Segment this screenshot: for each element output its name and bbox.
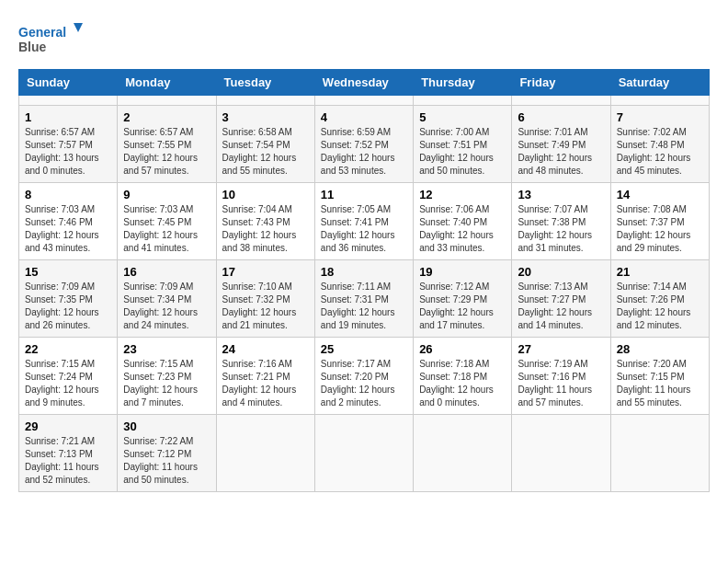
calendar-cell: [216, 415, 314, 492]
calendar-cell: 20Sunrise: 7:13 AM Sunset: 7:27 PM Dayli…: [512, 260, 610, 338]
day-info: Sunrise: 7:11 AM Sunset: 7:31 PM Dayligh…: [321, 281, 407, 332]
col-header-wednesday: Wednesday: [314, 70, 413, 96]
calendar-cell: 21Sunrise: 7:14 AM Sunset: 7:26 PM Dayli…: [610, 260, 709, 338]
calendar-cell: 13Sunrise: 7:07 AM Sunset: 7:38 PM Dayli…: [512, 183, 610, 260]
day-number: 6: [518, 110, 604, 124]
col-header-monday: Monday: [118, 70, 216, 96]
day-number: 4: [321, 110, 407, 124]
calendar-cell: 23Sunrise: 7:15 AM Sunset: 7:23 PM Dayli…: [118, 338, 216, 415]
calendar-cell: 25Sunrise: 7:17 AM Sunset: 7:20 PM Dayli…: [314, 338, 413, 415]
calendar-cell: 15Sunrise: 7:09 AM Sunset: 7:35 PM Dayli…: [19, 260, 118, 338]
calendar-cell: [314, 415, 413, 492]
calendar-cell: 3Sunrise: 6:58 AM Sunset: 7:54 PM Daylig…: [216, 106, 314, 183]
day-number: 20: [518, 265, 604, 279]
day-info: Sunrise: 6:59 AM Sunset: 7:52 PM Dayligh…: [321, 126, 407, 178]
col-header-thursday: Thursday: [414, 70, 512, 96]
logo: General Blue: [18, 18, 83, 60]
calendar-cell: [216, 96, 314, 106]
day-info: Sunrise: 7:14 AM Sunset: 7:26 PM Dayligh…: [617, 281, 703, 332]
day-info: Sunrise: 7:03 AM Sunset: 7:45 PM Dayligh…: [123, 203, 210, 255]
day-info: Sunrise: 7:00 AM Sunset: 7:51 PM Dayligh…: [419, 126, 506, 178]
day-number: 1: [25, 110, 111, 124]
col-header-friday: Friday: [512, 70, 610, 96]
day-info: Sunrise: 7:12 AM Sunset: 7:29 PM Dayligh…: [419, 281, 506, 332]
day-info: Sunrise: 7:09 AM Sunset: 7:34 PM Dayligh…: [123, 281, 210, 332]
page-header: General Blue: [18, 18, 710, 60]
calendar-cell: 19Sunrise: 7:12 AM Sunset: 7:29 PM Dayli…: [414, 260, 512, 338]
day-info: Sunrise: 7:04 AM Sunset: 7:43 PM Dayligh…: [222, 203, 309, 255]
day-info: Sunrise: 7:15 AM Sunset: 7:24 PM Dayligh…: [25, 358, 111, 409]
day-number: 30: [123, 419, 210, 433]
day-number: 24: [222, 342, 309, 356]
day-number: 19: [419, 265, 506, 279]
calendar-cell: 29Sunrise: 7:21 AM Sunset: 7:13 PM Dayli…: [19, 415, 118, 492]
day-info: Sunrise: 6:57 AM Sunset: 7:57 PM Dayligh…: [25, 126, 111, 178]
day-number: 5: [419, 110, 506, 124]
calendar-cell: [512, 96, 610, 106]
svg-text:Blue: Blue: [18, 40, 47, 54]
calendar-cell: 26Sunrise: 7:18 AM Sunset: 7:18 PM Dayli…: [414, 338, 512, 415]
day-info: Sunrise: 7:06 AM Sunset: 7:40 PM Dayligh…: [419, 203, 506, 255]
calendar-cell: 8Sunrise: 7:03 AM Sunset: 7:46 PM Daylig…: [19, 183, 118, 260]
day-number: 2: [123, 110, 210, 124]
calendar-cell: 27Sunrise: 7:19 AM Sunset: 7:16 PM Dayli…: [512, 338, 610, 415]
day-number: 25: [321, 342, 407, 356]
calendar-cell: 1Sunrise: 6:57 AM Sunset: 7:57 PM Daylig…: [19, 106, 118, 183]
day-number: 11: [321, 188, 407, 201]
calendar-cell: 24Sunrise: 7:16 AM Sunset: 7:21 PM Dayli…: [216, 338, 314, 415]
calendar-cell: 2Sunrise: 6:57 AM Sunset: 7:55 PM Daylig…: [118, 106, 216, 183]
logo-svg: General Blue: [18, 18, 83, 60]
calendar-cell: 30Sunrise: 7:22 AM Sunset: 7:12 PM Dayli…: [118, 415, 216, 492]
day-info: Sunrise: 6:57 AM Sunset: 7:55 PM Dayligh…: [123, 126, 210, 178]
day-number: 10: [222, 188, 309, 201]
day-info: Sunrise: 7:20 AM Sunset: 7:15 PM Dayligh…: [617, 358, 703, 409]
day-number: 29: [25, 419, 111, 433]
day-info: Sunrise: 7:19 AM Sunset: 7:16 PM Dayligh…: [518, 358, 604, 409]
calendar-cell: 22Sunrise: 7:15 AM Sunset: 7:24 PM Dayli…: [19, 338, 118, 415]
calendar-cell: 16Sunrise: 7:09 AM Sunset: 7:34 PM Dayli…: [118, 260, 216, 338]
day-info: Sunrise: 7:02 AM Sunset: 7:48 PM Dayligh…: [617, 126, 703, 178]
col-header-tuesday: Tuesday: [216, 70, 314, 96]
day-number: 8: [25, 188, 111, 201]
day-number: 26: [419, 342, 506, 356]
day-info: Sunrise: 6:58 AM Sunset: 7:54 PM Dayligh…: [222, 126, 309, 178]
day-number: 17: [222, 265, 309, 279]
day-info: Sunrise: 7:09 AM Sunset: 7:35 PM Dayligh…: [25, 281, 111, 332]
day-number: 21: [617, 265, 703, 279]
day-info: Sunrise: 7:18 AM Sunset: 7:18 PM Dayligh…: [419, 358, 506, 409]
day-number: 3: [222, 110, 309, 124]
calendar-cell: 28Sunrise: 7:20 AM Sunset: 7:15 PM Dayli…: [610, 338, 709, 415]
day-number: 14: [617, 188, 703, 201]
calendar-cell: 10Sunrise: 7:04 AM Sunset: 7:43 PM Dayli…: [216, 183, 314, 260]
day-number: 28: [617, 342, 703, 356]
day-info: Sunrise: 7:01 AM Sunset: 7:49 PM Dayligh…: [518, 126, 604, 178]
day-number: 18: [321, 265, 407, 279]
day-number: 27: [518, 342, 604, 356]
day-info: Sunrise: 7:21 AM Sunset: 7:13 PM Dayligh…: [25, 435, 111, 487]
calendar-cell: [610, 96, 709, 106]
calendar-cell: [314, 96, 413, 106]
day-info: Sunrise: 7:15 AM Sunset: 7:23 PM Dayligh…: [123, 358, 210, 409]
calendar-cell: 4Sunrise: 6:59 AM Sunset: 7:52 PM Daylig…: [314, 106, 413, 183]
day-number: 7: [617, 110, 703, 124]
svg-marker-2: [74, 23, 83, 32]
calendar-cell: [19, 96, 118, 106]
day-info: Sunrise: 7:22 AM Sunset: 7:12 PM Dayligh…: [123, 435, 210, 487]
day-info: Sunrise: 7:08 AM Sunset: 7:37 PM Dayligh…: [617, 203, 703, 255]
day-info: Sunrise: 7:03 AM Sunset: 7:46 PM Dayligh…: [25, 203, 111, 255]
col-header-sunday: Sunday: [19, 70, 118, 96]
calendar-cell: 7Sunrise: 7:02 AM Sunset: 7:48 PM Daylig…: [610, 106, 709, 183]
day-number: 12: [419, 188, 506, 201]
day-number: 15: [25, 265, 111, 279]
calendar-cell: [118, 96, 216, 106]
calendar-cell: 14Sunrise: 7:08 AM Sunset: 7:37 PM Dayli…: [610, 183, 709, 260]
col-header-saturday: Saturday: [610, 70, 709, 96]
calendar-cell: 6Sunrise: 7:01 AM Sunset: 7:49 PM Daylig…: [512, 106, 610, 183]
day-info: Sunrise: 7:17 AM Sunset: 7:20 PM Dayligh…: [321, 358, 407, 409]
calendar-cell: [610, 415, 709, 492]
day-info: Sunrise: 7:10 AM Sunset: 7:32 PM Dayligh…: [222, 281, 309, 332]
calendar-cell: [414, 415, 512, 492]
day-number: 9: [123, 188, 210, 201]
calendar-cell: 12Sunrise: 7:06 AM Sunset: 7:40 PM Dayli…: [414, 183, 512, 260]
calendar-cell: 9Sunrise: 7:03 AM Sunset: 7:45 PM Daylig…: [118, 183, 216, 260]
